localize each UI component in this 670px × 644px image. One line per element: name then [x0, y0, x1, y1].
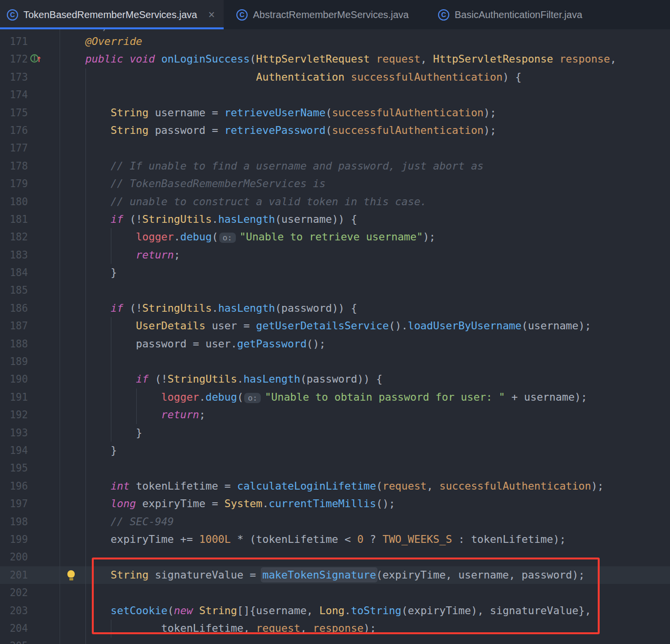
- editor-tab[interactable]: CBasicAuthenticationFilter.java: [421, 0, 595, 29]
- code-line[interactable]: 185: [0, 281, 670, 299]
- line-number[interactable]: 175: [0, 104, 60, 122]
- code-line[interactable]: 180 // unable to construct a valid token…: [0, 193, 670, 211]
- line-number[interactable]: 189: [0, 353, 60, 370]
- code-line[interactable]: 179 // TokenBasedRememberMeServices is: [0, 175, 670, 193]
- code-line[interactable]: 174: [0, 86, 670, 104]
- line-number[interactable]: 174: [0, 86, 60, 104]
- tab-bar: CTokenBasedRememberMeServices.java×CAbst…: [0, 0, 670, 29]
- code-line[interactable]: 193 }: [0, 424, 670, 442]
- code-line[interactable]: 175 String username = retrieveUserName(s…: [0, 104, 670, 122]
- code-line[interactable]: 199 expiryTime += 1000L * (tokenLifetime…: [0, 531, 670, 548]
- code-text: // unable to construct a valid token in …: [60, 193, 670, 211]
- code-line[interactable]: 188 password = user.getPassword();: [0, 335, 670, 353]
- code-line[interactable]: 204 tokenLifetime, request, response);: [0, 620, 670, 637]
- code-line[interactable]: 183 return;: [0, 246, 670, 264]
- line-number[interactable]: 190: [0, 370, 60, 388]
- code-text: return;: [60, 406, 670, 424]
- close-icon[interactable]: ×: [202, 9, 215, 21]
- line-number[interactable]: 191: [0, 388, 60, 406]
- line-number[interactable]: 185: [0, 281, 60, 299]
- code-text: [60, 353, 670, 370]
- line-number[interactable]: 196: [0, 477, 60, 495]
- code-line[interactable]: 190 if (!StringUtils.hasLength(password)…: [0, 370, 670, 388]
- line-number[interactable]: 205: [0, 637, 60, 644]
- line-number[interactable]: 178: [0, 157, 60, 175]
- override-icon[interactable]: [30, 54, 39, 63]
- line-number[interactable]: 194: [0, 442, 60, 459]
- line-number[interactable]: 203: [0, 602, 60, 620]
- line-number[interactable]: 173: [0, 68, 60, 86]
- parameter-hint: o:: [244, 393, 261, 403]
- code-text: [60, 459, 670, 477]
- code-line[interactable]: 177: [0, 139, 670, 157]
- line-number[interactable]: 177: [0, 139, 60, 157]
- code-text: @Override: [60, 33, 670, 50]
- line-number[interactable]: 180: [0, 193, 60, 211]
- editor-tab[interactable]: CTokenBasedRememberMeServices.java×: [0, 0, 224, 29]
- class-icon: C: [7, 9, 18, 21]
- line-number[interactable]: 202: [0, 584, 60, 601]
- code-text: }: [60, 264, 670, 281]
- parameter-hint: o:: [219, 233, 236, 243]
- line-number[interactable]: 193: [0, 424, 60, 442]
- code-line[interactable]: 176 String password = retrievePassword(s…: [0, 122, 670, 139]
- code-text: password = user.getPassword();: [60, 335, 670, 353]
- line-number[interactable]: 201: [0, 566, 60, 584]
- code-line[interactable]: 172 public void onLoginSuccess(HttpServl…: [0, 50, 670, 68]
- line-number[interactable]: 199: [0, 531, 60, 548]
- code-line[interactable]: 171 @Override: [0, 33, 670, 50]
- code-line[interactable]: 184 }: [0, 264, 670, 281]
- code-text: return;: [60, 246, 670, 264]
- line-number[interactable]: 182: [0, 228, 60, 246]
- code-line[interactable]: 197 long expiryTime = System.currentTime…: [0, 495, 670, 513]
- code-text: }: [60, 424, 670, 442]
- line-number[interactable]: 197: [0, 495, 60, 513]
- line-number[interactable]: 188: [0, 335, 60, 353]
- code-text: tokenLifetime, request, response);: [60, 620, 670, 637]
- line-number[interactable]: 187: [0, 317, 60, 335]
- code-line[interactable]: 205: [0, 637, 670, 644]
- code-line[interactable]: 196 int tokenLifetime = calculateLoginLi…: [0, 477, 670, 495]
- code-text: [60, 281, 670, 299]
- code-text: // If unable to find a username and pass…: [60, 157, 670, 175]
- code-line[interactable]: 173 Authentication successfulAuthenticat…: [0, 68, 670, 86]
- code-line[interactable]: 189: [0, 353, 670, 370]
- line-number[interactable]: 198: [0, 513, 60, 531]
- line-number[interactable]: 171: [0, 33, 60, 50]
- code-line[interactable]: 186 if (!StringUtils.hasLength(password)…: [0, 300, 670, 317]
- code-line[interactable]: 201 String signatureValue = makeTokenSig…: [0, 566, 670, 584]
- code-line[interactable]: 198 // SEC-949: [0, 513, 670, 531]
- line-number[interactable]: 195: [0, 459, 60, 477]
- code-line[interactable]: 187 UserDetails user = getUserDetailsSer…: [0, 317, 670, 335]
- code-line[interactable]: 194 }: [0, 442, 670, 459]
- lightbulb-icon[interactable]: [67, 570, 75, 578]
- line-number[interactable]: 179: [0, 175, 60, 193]
- line-number[interactable]: 200: [0, 548, 60, 566]
- code-text: setCookie(new String[]{username, Long.to…: [60, 602, 670, 620]
- code-text: // TokenBasedRememberMeServices is: [60, 175, 670, 193]
- line-number[interactable]: 192: [0, 406, 60, 424]
- code-text: [60, 548, 670, 566]
- code-text: [60, 637, 670, 644]
- code-line[interactable]: 192 return;: [0, 406, 670, 424]
- code-editor[interactable]: */ 171 @Override172 public void onLoginS…: [0, 29, 670, 644]
- line-number[interactable]: 176: [0, 122, 60, 139]
- line-number[interactable]: 186: [0, 300, 60, 317]
- code-line[interactable]: 182 logger.debug(o:"Unable to retrieve u…: [0, 228, 670, 246]
- line-number[interactable]: 204: [0, 620, 60, 637]
- code-line[interactable]: 191 logger.debug(o:"Unable to obtain pas…: [0, 388, 670, 406]
- code-text: [60, 86, 670, 104]
- code-line[interactable]: 200: [0, 548, 670, 566]
- line-number[interactable]: 181: [0, 211, 60, 228]
- code-line[interactable]: 178 // If unable to find a username and …: [0, 157, 670, 175]
- code-line[interactable]: 195: [0, 459, 670, 477]
- code-text: logger.debug(o:"Unable to retrieve usern…: [60, 228, 670, 246]
- line-number[interactable]: 183: [0, 246, 60, 264]
- line-number[interactable]: 184: [0, 264, 60, 281]
- code-text: if (!StringUtils.hasLength(password)) {: [60, 300, 670, 317]
- editor-tab[interactable]: CAbstractRememberMeServices.java: [224, 0, 421, 29]
- class-icon: C: [438, 9, 449, 21]
- code-line[interactable]: 203 setCookie(new String[]{username, Lon…: [0, 602, 670, 620]
- code-line[interactable]: 202: [0, 584, 670, 601]
- code-line[interactable]: 181 if (!StringUtils.hasLength(username)…: [0, 211, 670, 228]
